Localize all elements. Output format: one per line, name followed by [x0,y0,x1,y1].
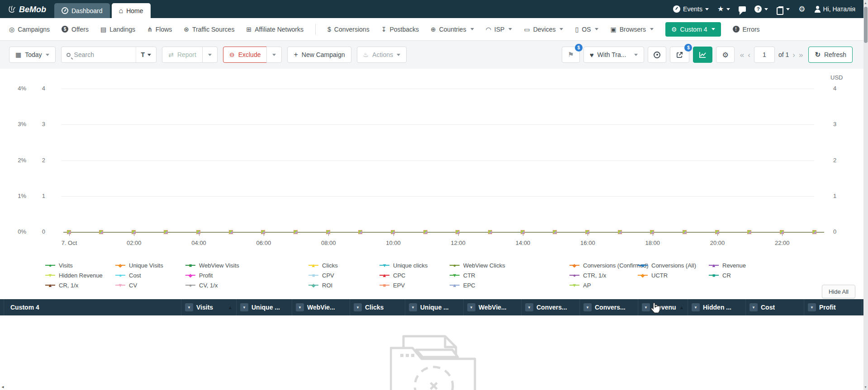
tab-home[interactable]: ⌂ Home [112,3,151,18]
nav-item-conversions[interactable]: $Conversions [327,26,370,33]
sort-asc-icon[interactable]: ▲ [679,305,684,310]
flag-button[interactable]: ⚑ $ [562,47,579,63]
column-header-custom-4-0[interactable]: Custom 4 [4,299,181,315]
filter-icon[interactable]: ▼ [240,303,248,311]
help-menu[interactable]: ? [754,5,768,13]
legend-item-ctr[interactable]: ▼CTR [450,272,569,279]
columns-settings-button[interactable]: ⚙ [716,47,734,63]
share-button[interactable]: $ [670,47,689,63]
legend-item-uctr[interactable]: ◆UCTR [638,272,709,279]
visibility-button[interactable] [648,47,666,63]
tab-dashboard[interactable]: Dashboard [54,3,110,18]
filter-icon[interactable]: ▼ [409,303,417,311]
new-campaign-button[interactable]: + New Campaign [287,47,351,63]
nav-item-traffic-sources[interactable]: ⊛Traffic Sources [184,26,234,33]
nav-item-campaigns[interactable]: ◎Campaigns [9,26,50,33]
user-menu[interactable]: Hi, Наталія [814,5,856,13]
legend-item-epv[interactable]: ■EPV [379,282,450,289]
scrollbar-thumb[interactable] [864,7,868,43]
nav-item-countries[interactable]: ⊕Countries [431,26,474,33]
legend-item-cpc[interactable]: ▲CPC [379,272,450,279]
report-dropdown-button[interactable] [202,47,218,63]
search-type-dropdown[interactable]: T [136,47,157,62]
filter-icon[interactable]: ▼ [749,303,758,311]
exclude-dropdown-button[interactable] [266,47,282,63]
nav-item-offers[interactable]: $Offers [62,26,89,33]
legend-item-hidden-revenue[interactable]: ▼Hidden Revenue [45,272,115,279]
nav-item-devices[interactable]: ▭Devices [524,26,563,33]
legend-item-roi[interactable]: ◆ROI [308,282,379,289]
legend-item-webview-visits[interactable]: ■WebView Visits [185,262,308,269]
nav-item-flows[interactable]: ⋔Flows [147,26,172,33]
next-page-button[interactable]: › [792,51,795,59]
column-header-unique-5[interactable]: ▼Unique ... [405,299,464,315]
vertical-scrollbar[interactable]: ▲ ▼ [863,0,868,390]
nav-item-browsers[interactable]: ▣Browsers [610,26,654,33]
actions-button[interactable]: ♨ Actions [357,47,407,63]
nav-item-custom-4[interactable]: ⚙Custom 4 [665,22,721,37]
scroll-up-arrow[interactable]: ▲ [864,1,867,5]
page-number-input[interactable] [754,47,775,63]
legend-item-revenue[interactable]: ▲Revenue [709,262,781,269]
date-range-button[interactable]: ▦ Today [9,47,56,63]
pages-menu[interactable] [777,6,790,12]
legend-item-cr[interactable]: ■CR [709,272,781,279]
column-header-clicks-4[interactable]: ▼Clicks [350,299,405,315]
legend-item-webview-clicks[interactable]: ●WebView Clicks [450,262,569,269]
last-page-button[interactable]: » [799,51,803,59]
filter-icon[interactable]: ▼ [808,303,816,311]
column-header-hidden-10[interactable]: ▼Hidden ... [688,299,746,315]
column-header-convers-8[interactable]: ▼Convers... [580,299,638,315]
exclude-button[interactable]: ⊖ Exclude [223,47,267,63]
legend-item-unique-visits[interactable]: ◆Unique Visits [115,262,185,269]
column-header-cost-11[interactable]: ▼Cost [746,299,804,315]
legend-item-cv-1-x[interactable]: ●CV, 1/x [185,282,308,289]
legend-item-profit[interactable]: ◆Profit [185,272,308,279]
scroll-down-arrow[interactable]: ▼ [864,385,867,389]
column-header-visits-1[interactable]: ▼Visits▲ [181,299,237,315]
legend-item-cost[interactable]: ●Cost [115,272,185,279]
events-menu[interactable]: Events [673,5,709,13]
prev-page-button[interactable]: ‹ [748,51,750,59]
search-input[interactable] [74,51,132,58]
filter-icon[interactable]: ▼ [642,303,650,311]
first-page-button[interactable]: « [740,51,744,59]
nav-item-postbacks[interactable]: ↧Postbacks [381,26,419,33]
legend-item-visits[interactable]: ●Visits [45,262,115,269]
column-header-webvie-3[interactable]: ▼WebVie... [292,299,350,315]
hide-all-button[interactable]: Hide All [822,285,855,298]
sort-asc-icon[interactable]: ▲ [228,305,232,310]
column-header-revenue-9[interactable]: ▼Revenue▲ [638,299,688,315]
nav-item-affiliate-networks[interactable]: ⊞Affiliate Networks [246,26,304,33]
legend-item-clicks[interactable]: ▲Clicks [308,262,379,269]
refresh-button[interactable]: ↻ Refresh [808,47,853,63]
legend-item-conversions-all[interactable]: ■Conversions (All) [638,262,709,269]
filter-icon[interactable]: ▼ [525,303,533,311]
chat-button[interactable] [739,6,746,12]
legend-item-epc[interactable]: ▲EPC [450,282,569,289]
filter-icon[interactable]: ▼ [185,303,193,311]
column-header-webvie-6[interactable]: ▼WebVie... [464,299,522,315]
filter-icon[interactable]: ▼ [692,303,700,311]
nav-item-os[interactable]: ▯OS [575,26,598,33]
column-header-convers-7[interactable]: ▼Convers... [522,299,580,315]
filter-icon[interactable]: ▼ [296,303,304,311]
nav-item-isp[interactable]: ◠ISP [486,26,512,33]
chart-toggle-button[interactable] [693,47,712,63]
filter-icon[interactable]: ▼ [354,303,362,311]
legend-item-cr-1-x[interactable]: ▲CR, 1/x [45,282,115,289]
settings-button[interactable]: ⚙ [798,5,805,13]
legend-item-ap[interactable]: ▼AP [569,282,638,289]
traffic-filter-dropdown[interactable]: ♥ With Tra... [583,47,645,63]
legend-item-cv[interactable]: ▼CV [115,282,185,289]
nav-item-errors[interactable]: !Errors [733,26,760,33]
legend-item-ctr-1-x[interactable]: ●CTR, 1/x [569,272,638,279]
filter-icon[interactable]: ▼ [467,303,475,311]
report-button[interactable]: ⇄ Report [162,47,203,63]
column-header-profit-12[interactable]: ▼Profit [804,299,862,315]
legend-item-unique-clicks[interactable]: ▼Unique clicks [379,262,450,269]
legend-item-conversions-confirmed[interactable]: ◆Conversions (Confirmed) [569,262,638,269]
scroll-left-arrow[interactable]: ◄ [1,385,5,389]
column-header-unique-2[interactable]: ▼Unique ... [237,299,292,315]
nav-item-landings[interactable]: ▤Landings [100,26,135,33]
